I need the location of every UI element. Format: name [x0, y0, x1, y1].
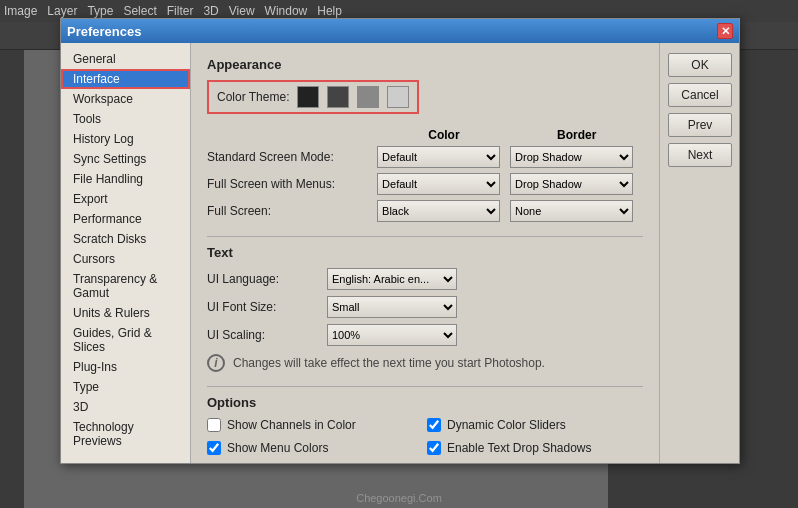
fullscreen-menus-border[interactable]: Drop Shadow — [510, 173, 633, 195]
main-content: Appearance Color Theme: Color Border Sta… — [191, 43, 659, 463]
checkbox-dynamic-color: Dynamic Color Sliders — [427, 418, 647, 432]
nav-item-history-log[interactable]: History Log — [61, 129, 190, 149]
fullscreen-color[interactable]: Black — [377, 200, 500, 222]
checkbox-dynamic-color-label: Dynamic Color Sliders — [447, 418, 566, 432]
menu-layer[interactable]: Layer — [47, 4, 77, 18]
options-label: Options — [207, 395, 643, 410]
ui-font-size-label: UI Font Size: — [207, 300, 327, 314]
prev-button[interactable]: Prev — [668, 113, 732, 137]
screen-modes-header: Color Border — [207, 128, 643, 142]
checkbox-show-menu-colors: Show Menu Colors — [207, 441, 407, 455]
swatch-light[interactable] — [387, 86, 409, 108]
dialog-titlebar: Preferences ✕ — [61, 19, 739, 43]
dialog-close-button[interactable]: ✕ — [717, 23, 733, 39]
checkbox-dynamic-color-input[interactable] — [427, 418, 441, 432]
info-icon: i — [207, 354, 225, 372]
left-toolbar — [0, 50, 24, 508]
nav-item-plug-ins[interactable]: Plug-Ins — [61, 357, 190, 377]
ui-scaling-row: UI Scaling: 100% 150% 200% — [207, 324, 643, 346]
nav-panel: General Interface Workspace Tools Histor… — [61, 43, 191, 463]
checkbox-show-menu-colors-label: Show Menu Colors — [227, 441, 328, 455]
ui-scaling-select[interactable]: 100% 150% 200% — [327, 324, 457, 346]
nav-item-interface[interactable]: Interface — [61, 69, 190, 89]
options-section: Options Show Channels in Color Dynamic C… — [207, 386, 643, 460]
fullscreen-menus-label: Full Screen with Menus: — [207, 177, 377, 191]
standard-screen-label: Standard Screen Mode: — [207, 150, 377, 164]
ui-language-label: UI Language: — [207, 272, 327, 286]
menu-select[interactable]: Select — [123, 4, 156, 18]
col-color-header: Color — [378, 128, 511, 142]
swatch-medium[interactable] — [357, 86, 379, 108]
nav-item-general[interactable]: General — [61, 49, 190, 69]
nav-item-file-handling[interactable]: File Handling — [61, 169, 190, 189]
checkbox-show-menu-colors-input[interactable] — [207, 441, 221, 455]
swatch-dark1[interactable] — [297, 86, 319, 108]
swatch-dark2[interactable] — [327, 86, 349, 108]
nav-item-sync-settings[interactable]: Sync Settings — [61, 149, 190, 169]
fullscreen-border[interactable]: None — [510, 200, 633, 222]
screen-modes-section: Color Border Standard Screen Mode: Defau… — [207, 128, 643, 222]
dialog-title: Preferences — [67, 24, 141, 39]
cancel-button[interactable]: Cancel — [668, 83, 732, 107]
checkbox-enable-text-drop-label: Enable Text Drop Shadows — [447, 441, 592, 455]
nav-item-guides[interactable]: Guides, Grid & Slices — [61, 323, 190, 357]
color-theme-label: Color Theme: — [217, 90, 289, 104]
checkbox-enable-text-drop: Enable Text Drop Shadows — [427, 441, 647, 455]
color-theme-row: Color Theme: — [207, 80, 419, 114]
ui-language-row: UI Language: English: Arabic en... — [207, 268, 643, 290]
nav-item-tech-previews[interactable]: Technology Previews — [61, 417, 190, 451]
nav-item-workspace[interactable]: Workspace — [61, 89, 190, 109]
fullscreen-menus-color[interactable]: Default — [377, 173, 500, 195]
menu-help[interactable]: Help — [317, 4, 342, 18]
standard-screen-color[interactable]: Default — [377, 146, 500, 168]
preferences-dialog: Preferences ✕ General Interface Workspac… — [60, 18, 740, 464]
col-border-header: Border — [510, 128, 643, 142]
standard-screen-border[interactable]: Drop Shadow — [510, 146, 633, 168]
dialog-body: General Interface Workspace Tools Histor… — [61, 43, 739, 463]
nav-item-tools[interactable]: Tools — [61, 109, 190, 129]
ok-button[interactable]: OK — [668, 53, 732, 77]
nav-item-units-rulers[interactable]: Units & Rulers — [61, 303, 190, 323]
nav-item-performance[interactable]: Performance — [61, 209, 190, 229]
fullscreen-label: Full Screen: — [207, 204, 377, 218]
menu-window[interactable]: Window — [265, 4, 308, 18]
ui-language-select[interactable]: English: Arabic en... — [327, 268, 457, 290]
next-button[interactable]: Next — [668, 143, 732, 167]
nav-item-cursors[interactable]: Cursors — [61, 249, 190, 269]
ui-scaling-label: UI Scaling: — [207, 328, 327, 342]
nav-item-3d[interactable]: 3D — [61, 397, 190, 417]
text-section: Text UI Language: English: Arabic en... … — [207, 236, 643, 372]
screen-mode-standard: Standard Screen Mode: Default Drop Shado… — [207, 146, 643, 168]
ui-font-size-select[interactable]: Small Medium Large — [327, 296, 457, 318]
menu-view[interactable]: View — [229, 4, 255, 18]
nav-item-transparency[interactable]: Transparency & Gamut — [61, 269, 190, 303]
screen-mode-fullscreen: Full Screen: Black None — [207, 200, 643, 222]
info-text: Changes will take effect the next time y… — [233, 356, 545, 370]
ui-font-size-row: UI Font Size: Small Medium Large — [207, 296, 643, 318]
menu-image[interactable]: Image — [4, 4, 37, 18]
nav-item-scratch-disks[interactable]: Scratch Disks — [61, 229, 190, 249]
checkbox-show-channels: Show Channels in Color — [207, 418, 407, 432]
menu-filter[interactable]: Filter — [167, 4, 194, 18]
text-section-label: Text — [207, 245, 643, 260]
options-grid: Show Channels in Color Dynamic Color Sli… — [207, 418, 643, 460]
checkbox-enable-text-drop-input[interactable] — [427, 441, 441, 455]
checkbox-show-channels-label: Show Channels in Color — [227, 418, 356, 432]
menu-type[interactable]: Type — [87, 4, 113, 18]
button-panel: OK Cancel Prev Next — [659, 43, 739, 463]
appearance-label: Appearance — [207, 57, 643, 72]
info-row: i Changes will take effect the next time… — [207, 354, 643, 372]
menu-3d[interactable]: 3D — [203, 4, 218, 18]
nav-item-type[interactable]: Type — [61, 377, 190, 397]
nav-item-export[interactable]: Export — [61, 189, 190, 209]
screen-mode-fullscreen-menus: Full Screen with Menus: Default Drop Sha… — [207, 173, 643, 195]
checkbox-show-channels-input[interactable] — [207, 418, 221, 432]
